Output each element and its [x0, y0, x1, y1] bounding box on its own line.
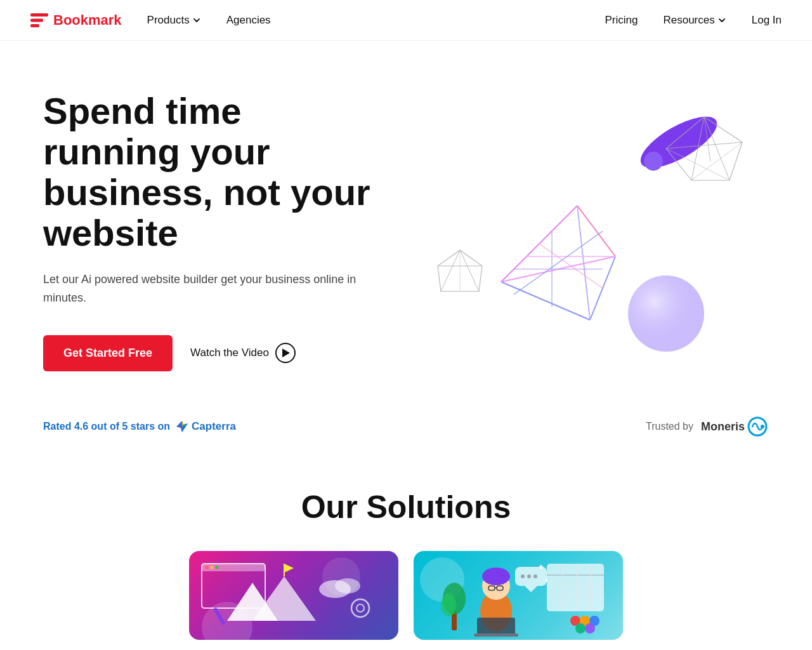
svg-point-77	[585, 623, 595, 633]
get-started-button[interactable]: Get Started Free	[43, 335, 173, 371]
svg-marker-69	[525, 586, 537, 592]
play-button-icon	[275, 343, 296, 363]
svg-point-50	[482, 567, 510, 585]
logo-link[interactable]: Bookmark	[30, 12, 122, 29]
svg-rect-2	[30, 24, 39, 27]
svg-line-19	[501, 282, 590, 320]
svg-point-71	[527, 574, 531, 578]
capterra-name: Capterra	[192, 420, 236, 433]
svg-line-13	[441, 250, 460, 291]
solution-card-website[interactable]	[189, 551, 398, 640]
svg-rect-0	[30, 13, 48, 17]
moneris-name: Moneris	[701, 420, 745, 434]
svg-rect-1	[30, 18, 43, 22]
svg-point-46	[357, 604, 364, 612]
svg-point-56	[441, 594, 456, 616]
navigation: Bookmark Products Agencies Pricing Resou…	[0, 0, 812, 41]
watch-video-label: Watch the Video	[190, 347, 269, 359]
capterra-rating-text: Rated 4.6 out of 5 stars on	[43, 421, 170, 432]
card-teal-illustration: ✦ ✦	[414, 551, 623, 640]
moneris-logo: Moneris	[701, 415, 769, 438]
moneris-swirl-icon	[746, 415, 769, 438]
svg-point-45	[351, 599, 369, 617]
chevron-down-icon	[192, 16, 201, 25]
svg-point-43	[211, 566, 214, 569]
solutions-title: Our Solutions	[30, 489, 782, 526]
website-builder-svg	[189, 551, 398, 640]
card-pink-illustration	[189, 551, 398, 640]
watch-video-link[interactable]: Watch the Video	[190, 343, 296, 363]
svg-line-14	[460, 250, 479, 291]
nav-pricing[interactable]: Pricing	[605, 14, 638, 27]
play-triangle	[282, 348, 290, 357]
svg-line-20	[577, 206, 615, 256]
nav-left: Bookmark Products Agencies	[30, 12, 271, 29]
hero-subtitle: Let our Ai powered website builder get y…	[43, 270, 386, 307]
hero-illustration	[400, 79, 768, 383]
svg-point-42	[206, 566, 209, 569]
svg-point-37	[335, 578, 360, 594]
svg-rect-47	[213, 607, 226, 625]
svg-point-72	[534, 574, 537, 578]
nav-pricing-label: Pricing	[605, 14, 638, 27]
svg-point-44	[216, 566, 219, 569]
solutions-section: Our Solutions	[0, 463, 812, 640]
hero-content: Spend time running your business, not yo…	[43, 91, 386, 371]
ratings-row: Rated 4.6 out of 5 stars on Capterra Tru…	[0, 409, 812, 463]
bookmark-logo-icon	[30, 13, 48, 27]
hero-section: Spend time running your business, not yo…	[0, 41, 812, 409]
nav-resources[interactable]: Resources	[663, 14, 726, 27]
hero-cta: Get Started Free Watch the Video	[43, 335, 386, 371]
nav-products-label: Products	[147, 14, 190, 27]
svg-rect-59	[547, 564, 604, 611]
svg-marker-39	[284, 564, 294, 573]
trusted-by-label: Trusted by	[646, 421, 693, 432]
capterra-logo: Capterra	[175, 420, 236, 434]
nav-agencies[interactable]: Agencies	[226, 14, 271, 27]
svg-rect-58	[474, 633, 518, 637]
nav-agencies-label: Agencies	[226, 14, 271, 27]
hero-visual	[386, 79, 782, 383]
svg-point-33	[761, 425, 764, 428]
nav-products[interactable]: Products	[147, 14, 201, 27]
logo-text: Bookmark	[53, 12, 122, 29]
solution-card-tools[interactable]: ✦ ✦	[414, 551, 623, 640]
trusted-by: Trusted by Moneris	[646, 415, 769, 438]
hero-title: Spend time running your business, not yo…	[43, 91, 386, 253]
svg-point-76	[575, 623, 586, 633]
svg-point-4	[644, 152, 663, 171]
solutions-cards: ✦ ✦	[30, 551, 782, 640]
svg-point-31	[628, 275, 704, 352]
capterra-icon	[175, 420, 189, 434]
nav-resources-label: Resources	[663, 14, 714, 27]
svg-line-7	[704, 117, 730, 180]
chevron-down-icon	[717, 16, 726, 25]
svg-point-70	[521, 574, 525, 578]
capterra-link[interactable]: Rated 4.6 out of 5 stars on Capterra	[43, 420, 236, 434]
login-link[interactable]: Log In	[752, 14, 782, 27]
business-tools-svg: ✦ ✦	[414, 551, 623, 640]
svg-line-25	[539, 244, 603, 288]
nav-right: Pricing Resources Log In	[605, 14, 782, 27]
